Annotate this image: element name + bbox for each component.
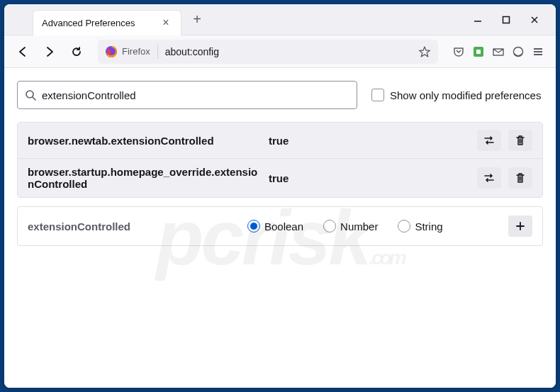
pref-value: true [269,172,470,184]
pref-name: browser.startup.homepage_override.extens… [28,166,262,190]
pocket-icon[interactable] [452,45,465,58]
back-button[interactable] [11,40,34,63]
url-bar[interactable]: Firefox about:config [98,40,438,64]
radio-string[interactable]: String [398,220,442,233]
maximize-button[interactable] [496,10,516,30]
radio-icon [398,220,410,233]
type-radio-group: Boolean Number String [247,220,501,233]
forward-button[interactable] [38,40,61,63]
active-tab[interactable]: Advanced Preferences × [33,10,181,35]
reload-button[interactable] [65,40,88,63]
svg-line-12 [33,97,35,100]
add-pref-name: extensionControlled [28,220,240,233]
pref-row: browser.startup.homepage_override.extens… [18,158,542,197]
svg-rect-6 [476,50,481,54]
toggle-button[interactable] [477,167,501,189]
window-controls [468,10,556,30]
menu-icon[interactable] [532,45,544,58]
close-window-button[interactable] [525,10,544,30]
tab-title: Advanced Preferences [42,18,159,28]
urlbar-separator [157,45,158,59]
radio-icon [247,220,260,233]
toggle-button[interactable] [477,130,501,151]
show-modified-label: Show only modified preferences [390,89,541,101]
pref-value: true [269,135,470,147]
mail-icon[interactable] [492,45,505,58]
content-area: Show only modified preferences browser.n… [4,68,556,388]
pref-search-input[interactable] [42,89,349,101]
delete-button[interactable] [508,167,532,189]
radio-label: String [415,220,442,233]
checkbox-icon [371,89,384,101]
new-tab-button[interactable]: + [186,9,208,31]
search-row: Show only modified preferences [17,81,543,109]
identity-box: Firefox [105,45,155,58]
bookmark-star-icon[interactable] [418,45,431,58]
radio-number[interactable]: Number [323,220,378,233]
radio-label: Boolean [264,220,303,233]
add-button[interactable] [508,215,532,237]
toolbar-actions [448,45,549,58]
firefox-logo-icon [105,45,118,58]
radio-icon [323,220,336,233]
add-pref-row: extensionControlled Boolean Number Strin… [17,206,543,246]
extension-icon[interactable] [472,45,485,58]
close-tab-icon[interactable]: × [159,16,172,29]
pref-row: browser.newtab.extensionControlled true [18,123,542,158]
search-icon [25,89,36,101]
titlebar: Advanced Preferences × + [4,4,556,35]
pref-search-box[interactable] [17,81,357,109]
delete-button[interactable] [508,130,532,151]
nav-toolbar: Firefox about:config [4,35,556,68]
url-text: about:config [165,46,418,57]
svg-rect-1 [503,16,510,23]
shield-icon[interactable] [512,45,525,58]
show-modified-checkbox[interactable]: Show only modified preferences [371,89,541,101]
pref-name: browser.newtab.extensionControlled [28,135,262,147]
radio-boolean[interactable]: Boolean [247,220,303,233]
prefs-list: browser.newtab.extensionControlled true … [17,122,543,198]
identity-label: Firefox [122,46,150,57]
browser-window: Advanced Preferences × + Firefox [4,4,556,388]
radio-label: Number [340,220,378,233]
minimize-button[interactable] [468,10,488,30]
